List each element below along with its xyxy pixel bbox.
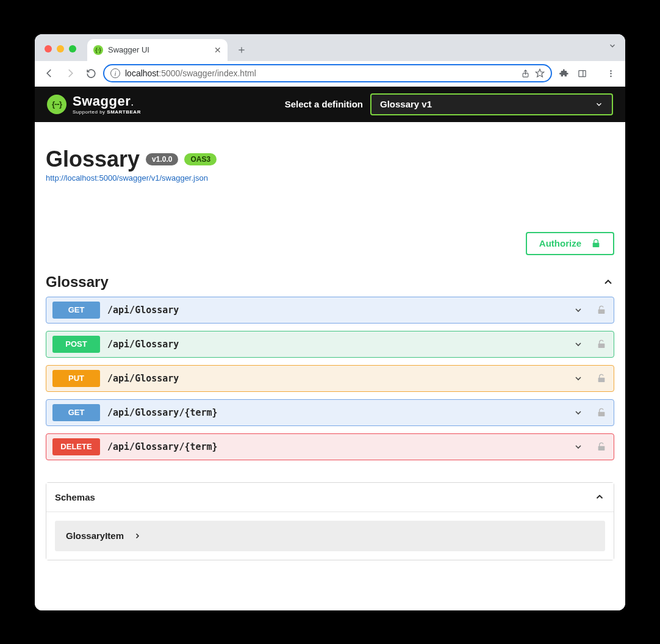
http-method-badge: PUT [52, 370, 100, 387]
swagger-logo-text: Swagger [73, 93, 131, 109]
schema-item[interactable]: GlossaryItem [55, 521, 605, 551]
svg-marker-1 [536, 69, 543, 77]
unlock-icon[interactable] [597, 374, 606, 383]
operation-path: /api/Glossary [107, 305, 179, 316]
toolbar-right [556, 68, 619, 78]
new-tab-button[interactable]: ＋ [234, 42, 249, 57]
browser-tab[interactable]: {·} Swagger UI ✕ [87, 39, 228, 61]
http-method-badge: GET [52, 404, 100, 421]
operation-row[interactable]: POST/api/Glossary [46, 331, 614, 358]
menu-icon[interactable] [606, 69, 615, 78]
bookmark-icon[interactable] [535, 68, 545, 78]
schemas-title: Schemas [55, 492, 95, 502]
definition-select-value: Glossary v1 [380, 99, 432, 109]
browser-window: {·} Swagger UI ✕ ＋ i localhost:5000/swag… [35, 34, 625, 610]
tabs-overflow-icon[interactable] [608, 42, 617, 50]
operation-path: /api/Glossary/{term} [107, 407, 218, 418]
url-text: localhost:5000/swagger/index.html [125, 68, 256, 78]
operation-row[interactable]: GET/api/Glossary/{term} [46, 399, 614, 426]
authorize-label: Authorize [539, 238, 581, 248]
chevron-down-icon [573, 374, 583, 383]
operation-path: /api/Glossary [107, 373, 179, 384]
window-close-icon[interactable] [45, 45, 52, 52]
chevron-down-icon [573, 408, 583, 418]
operation-row[interactable]: PUT/api/Glossary [46, 365, 614, 392]
chevron-right-icon [134, 532, 141, 540]
chevron-down-icon [595, 100, 603, 109]
swagger-content: Glossary v1.0.0 OAS3 http://localhost:50… [35, 122, 625, 610]
tab-title: Swagger UI [108, 45, 209, 54]
unlock-icon[interactable] [597, 305, 606, 315]
window-minimize-icon[interactable] [57, 45, 64, 52]
window-maximize-icon[interactable] [69, 45, 76, 52]
tab-favicon-icon: {·} [93, 45, 103, 55]
api-spec-link[interactable]: http://localhost:5000/swagger/v1/swagger… [46, 173, 208, 183]
reload-button[interactable] [82, 65, 99, 82]
chevron-down-icon [573, 305, 583, 315]
lock-icon [591, 239, 601, 248]
unlock-icon[interactable] [597, 408, 606, 418]
browser-toolbar: i localhost:5000/swagger/index.html [35, 61, 625, 87]
schema-item-name: GlossaryItem [66, 530, 124, 541]
authorize-button[interactable]: Authorize [526, 232, 614, 255]
unlock-icon[interactable] [597, 339, 606, 349]
svg-point-5 [610, 73, 612, 74]
swagger-topbar: {···} Swagger. Supported by SMARTBEAR Se… [35, 87, 625, 122]
chevron-down-icon [573, 339, 583, 349]
http-method-badge: GET [52, 302, 100, 319]
swagger-logo-sub: Supported by SMARTBEAR [73, 109, 141, 115]
operation-row[interactable]: DELETE/api/Glossary/{term} [46, 433, 614, 460]
forward-button[interactable] [62, 65, 79, 82]
swagger-logo: {···} Swagger. Supported by SMARTBEAR [47, 93, 141, 115]
operation-path: /api/Glossary [107, 339, 179, 350]
http-method-badge: POST [52, 336, 100, 353]
swagger-logo-icon: {···} [47, 95, 66, 114]
operation-row[interactable]: GET/api/Glossary [46, 297, 614, 324]
api-info: Glossary v1.0.0 OAS3 http://localhost:50… [46, 122, 614, 189]
unlock-icon[interactable] [597, 442, 606, 452]
svg-point-6 [610, 75, 612, 77]
operation-path: /api/Glossary/{term} [107, 441, 218, 452]
definition-select[interactable]: Glossary v1 [370, 93, 613, 115]
address-bar[interactable]: i localhost:5000/swagger/index.html [103, 64, 552, 82]
api-title: Glossary [46, 147, 140, 172]
svg-rect-2 [579, 70, 586, 76]
window-controls [45, 45, 76, 52]
svg-point-4 [610, 70, 612, 71]
http-method-badge: DELETE [52, 438, 100, 455]
site-info-icon[interactable]: i [110, 68, 120, 78]
extensions-icon[interactable] [559, 68, 569, 78]
panel-icon[interactable] [578, 69, 587, 78]
api-oas-badge: OAS3 [184, 153, 217, 165]
back-button[interactable] [41, 65, 58, 82]
schemas-header[interactable]: Schemas [46, 483, 614, 512]
definition-select-label: Select a definition [285, 99, 363, 109]
chevron-up-icon [602, 276, 614, 288]
tag-header[interactable]: Glossary [46, 273, 614, 291]
operations-list: GET/api/GlossaryPOST/api/GlossaryPUT/api… [46, 297, 614, 460]
chevron-up-icon [594, 491, 605, 502]
share-icon[interactable] [521, 69, 530, 78]
chevron-down-icon [573, 442, 583, 452]
schemas-section: Schemas GlossaryItem [46, 482, 614, 560]
tag-name: Glossary [46, 273, 109, 291]
browser-tabbar: {·} Swagger UI ✕ ＋ [35, 34, 625, 61]
tab-close-icon[interactable]: ✕ [214, 45, 221, 55]
api-version-badge: v1.0.0 [146, 153, 178, 165]
